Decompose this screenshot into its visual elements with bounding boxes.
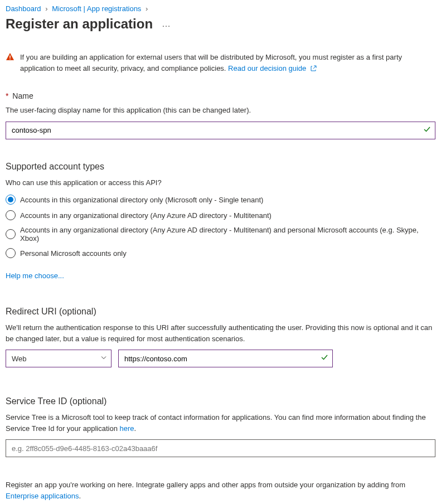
warning-icon <box>6 52 14 65</box>
external-link-icon <box>310 64 317 75</box>
checkmark-icon <box>423 125 431 135</box>
breadcrumb-separator: › <box>146 4 148 13</box>
radio-button-icon <box>6 210 16 220</box>
checkmark-icon <box>321 353 328 364</box>
radio-multitenant-personal[interactable]: Accounts in any organizational directory… <box>6 226 435 243</box>
enterprise-applications-link[interactable]: Enterprise applications <box>6 492 79 500</box>
svg-rect-1 <box>9 59 11 60</box>
service-tree-help: Service Tree is a Microsoft tool to keep… <box>6 412 435 434</box>
name-help-text: The user-facing display name for this ap… <box>6 105 435 116</box>
svg-rect-0 <box>9 56 11 59</box>
more-icon[interactable]: … <box>162 19 171 29</box>
redirect-uri-input[interactable] <box>118 350 333 367</box>
radio-button-icon <box>6 195 16 205</box>
service-tree-here-link[interactable]: here <box>120 424 134 433</box>
redirect-uri-heading: Redirect URI (optional) <box>6 307 435 317</box>
required-indicator: * <box>6 91 8 100</box>
warning-banner: If you are building an application for e… <box>6 40 435 80</box>
radio-label: Accounts in any organizational directory… <box>20 226 435 243</box>
radio-label: Accounts in this organizational director… <box>20 196 263 204</box>
radio-label: Personal Microsoft accounts only <box>20 249 127 258</box>
radio-multitenant[interactable]: Accounts in any organizational directory… <box>6 210 435 220</box>
warning-text: If you are building an application for e… <box>20 53 402 72</box>
service-tree-id-input[interactable] <box>6 439 435 457</box>
breadcrumb-dashboard[interactable]: Dashboard <box>6 4 41 13</box>
decision-guide-link[interactable]: Read our decision guide <box>228 64 317 72</box>
footer-text: Register an app you're working on here. … <box>6 479 435 501</box>
account-types-radio-group: Accounts in this organizational director… <box>6 195 435 258</box>
radio-single-tenant[interactable]: Accounts in this organizational director… <box>6 195 435 205</box>
page-title: Register an application <box>6 16 153 32</box>
breadcrumb-app-registrations[interactable]: Microsoft | App registrations <box>52 4 141 13</box>
radio-button-icon <box>6 248 16 258</box>
name-input[interactable] <box>6 122 435 139</box>
radio-label: Accounts in any organizational directory… <box>20 211 272 220</box>
account-types-heading: Supported account types <box>6 162 435 172</box>
radio-personal-only[interactable]: Personal Microsoft accounts only <box>6 248 435 258</box>
breadcrumb: Dashboard › Microsoft | App registration… <box>0 0 441 15</box>
breadcrumb-separator: › <box>45 4 47 13</box>
redirect-uri-help: We'll return the authentication response… <box>6 322 435 344</box>
service-tree-heading: Service Tree ID (optional) <box>6 396 435 406</box>
help-me-choose-link[interactable]: Help me choose... <box>6 272 64 280</box>
name-label: * Name <box>6 91 435 100</box>
platform-select[interactable]: Web <box>6 350 112 367</box>
radio-button-icon <box>6 229 16 239</box>
account-types-question: Who can use this application or access t… <box>6 177 435 188</box>
